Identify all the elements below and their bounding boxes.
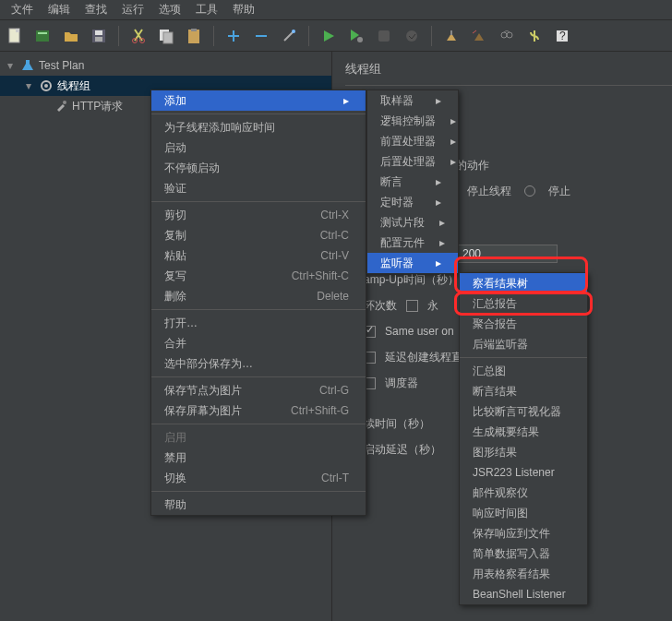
menu-item[interactable]: 配置元件▸ <box>367 233 458 253</box>
stop-now-label: 停止 <box>548 184 570 199</box>
chevron-right-icon: ▸ <box>450 155 456 168</box>
tree-root[interactable]: ▾ Test Plan <box>0 55 331 76</box>
gear-icon <box>39 78 54 93</box>
menu-item[interactable]: 测试片段▸ <box>367 212 458 233</box>
menu-item[interactable]: 汇总报告 <box>460 293 587 314</box>
context-menu-main: 添加▸为子线程添加响应时间启动不停顿启动验证剪切Ctrl-X复制Ctrl-C粘贴… <box>150 90 366 516</box>
function-icon[interactable] <box>524 26 545 46</box>
forever-checkbox[interactable] <box>406 300 418 312</box>
svg-rect-5 <box>95 30 102 35</box>
run-icon[interactable] <box>318 26 339 46</box>
same-user-label: Same user on <box>385 325 454 338</box>
cut-icon[interactable] <box>128 26 149 46</box>
svg-rect-15 <box>378 30 390 42</box>
run-no-pause-icon[interactable] <box>346 26 366 46</box>
svg-point-14 <box>357 37 363 42</box>
menu-item[interactable]: 启动 <box>151 137 366 158</box>
startup-delay-label: 启动延迟（秒） <box>364 442 441 458</box>
menu-item[interactable]: 合并 <box>151 333 366 353</box>
menu-查找[interactable]: 查找 <box>78 0 114 19</box>
menu-item[interactable]: 比较断言可视化器 <box>460 401 587 422</box>
svg-point-18 <box>501 32 507 38</box>
menu-item[interactable]: 断言结果 <box>460 381 587 401</box>
menu-item[interactable]: 打开… <box>151 313 366 333</box>
collapse-icon[interactable]: ▾ <box>7 59 17 72</box>
menu-运行[interactable]: 运行 <box>114 0 151 19</box>
menu-编辑[interactable]: 编辑 <box>41 0 78 19</box>
tree-root-label: Test Plan <box>39 59 84 72</box>
menu-item[interactable]: 保存屏幕为图片Ctrl+Shift-G <box>151 400 366 421</box>
svg-rect-3 <box>38 32 47 34</box>
menu-item[interactable]: 验证 <box>151 178 366 198</box>
menu-item[interactable]: 复制Ctrl-C <box>151 225 366 245</box>
menu-item[interactable]: 删除Delete <box>151 286 366 306</box>
menu-item[interactable]: 监听器▸ <box>367 253 458 273</box>
menu-帮助[interactable]: 帮助 <box>225 0 262 19</box>
menu-item[interactable]: 前置处理器▸ <box>367 131 458 151</box>
svg-rect-1 <box>16 29 19 32</box>
menu-item[interactable]: 取样器▸ <box>367 90 458 111</box>
svg-point-23 <box>44 84 48 88</box>
menu-item[interactable]: 聚合报告 <box>460 314 587 334</box>
template-icon[interactable] <box>33 26 54 46</box>
menu-item[interactable]: 邮件观察仪 <box>460 483 587 503</box>
stop-icon[interactable] <box>374 26 394 46</box>
menu-item[interactable]: 切换Ctrl-T <box>151 468 366 488</box>
collapse-icon[interactable]: ▾ <box>26 79 35 92</box>
menu-选项[interactable]: 选项 <box>151 0 188 19</box>
save-icon[interactable] <box>89 26 109 46</box>
menu-item[interactable]: 后置处理器▸ <box>367 151 458 172</box>
menu-文件[interactable]: 文件 <box>4 0 41 19</box>
menu-item[interactable]: 禁用 <box>151 448 366 468</box>
thread-count-input[interactable]: 200 <box>456 245 558 263</box>
menu-item[interactable]: 生成概要结果 <box>460 422 587 442</box>
menu-item[interactable]: JSR223 Listener <box>460 462 587 483</box>
menu-item[interactable]: 为子线程添加响应时间 <box>151 117 366 137</box>
chevron-right-icon: ▸ <box>450 135 456 148</box>
menu-item[interactable]: 复写Ctrl+Shift-C <box>151 266 366 286</box>
chevron-right-icon: ▸ <box>450 114 456 127</box>
menu-item[interactable]: 剪切Ctrl-X <box>151 205 366 225</box>
search-icon[interactable] <box>497 26 517 46</box>
menu-item[interactable]: 简单数据写入器 <box>460 543 587 564</box>
chevron-right-icon: ▸ <box>439 216 445 229</box>
tree-group-label: 线程组 <box>57 78 90 94</box>
new-file-icon[interactable] <box>6 26 26 46</box>
menu-item[interactable]: 保存节点为图片Ctrl-G <box>151 380 366 400</box>
svg-point-16 <box>406 30 417 42</box>
menu-item[interactable]: 帮助 <box>151 495 366 515</box>
menu-工具[interactable]: 工具 <box>188 0 225 19</box>
menu-item[interactable]: 定时器▸ <box>367 192 458 212</box>
menu-item[interactable]: 保存响应到文件 <box>460 523 587 543</box>
menu-item[interactable]: 察看结果树 <box>460 273 587 293</box>
duration-label: 续时间（秒） <box>364 416 430 432</box>
menu-item: 启用 <box>151 427 366 448</box>
help-icon[interactable]: ? <box>552 26 572 46</box>
shutdown-icon[interactable] <box>402 26 422 46</box>
menu-item[interactable]: 后端监听器 <box>460 334 587 354</box>
copy-icon[interactable] <box>156 26 176 46</box>
clear-all-icon[interactable] <box>469 26 489 46</box>
paste-icon[interactable] <box>184 26 204 46</box>
loop-count-label: 环次数 <box>364 298 397 314</box>
plus-icon[interactable] <box>223 26 244 46</box>
menu-item[interactable]: BeanShell Listener <box>460 584 587 604</box>
open-icon[interactable] <box>61 26 81 46</box>
wand-icon[interactable] <box>279 26 299 46</box>
context-menu-add: 取样器▸逻辑控制器▸前置处理器▸后置处理器▸断言▸定时器▸测试片段▸配置元件▸监… <box>366 90 459 274</box>
clear-icon[interactable] <box>441 26 462 46</box>
menu-item[interactable]: 粘贴Ctrl-V <box>151 245 366 266</box>
stop-now-radio[interactable] <box>524 185 535 197</box>
flask-icon <box>20 58 35 73</box>
menu-item[interactable]: 断言▸ <box>367 172 458 192</box>
menu-item[interactable]: 逻辑控制器▸ <box>367 111 458 131</box>
menu-item[interactable]: 用表格察看结果 <box>460 564 587 584</box>
menu-item[interactable]: 汇总图 <box>460 361 587 381</box>
menu-item[interactable]: 选中部分保存为… <box>151 353 366 374</box>
menu-item[interactable]: 添加▸ <box>151 90 366 111</box>
rampup-label: amp-Up时间（秒） <box>364 272 459 288</box>
menu-item[interactable]: 不停顿启动 <box>151 158 366 178</box>
menu-item[interactable]: 响应时间图 <box>460 503 587 523</box>
menu-item[interactable]: 图形结果 <box>460 442 587 462</box>
minus-icon[interactable] <box>251 26 271 46</box>
